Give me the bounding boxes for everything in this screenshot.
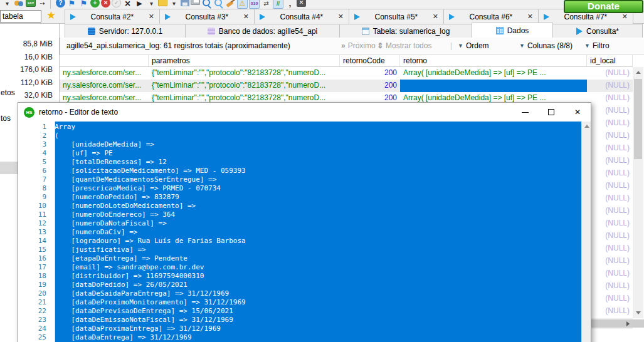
scroll-up-icon[interactable] (584, 125, 589, 128)
cell-idlocal[interactable]: (NULL) (587, 167, 633, 180)
add-icon[interactable]: + (90, 0, 100, 8)
cancel-icon[interactable]: ✕ (101, 0, 110, 8)
grid-vertical-scrollbar[interactable] (633, 67, 643, 318)
close-icon[interactable]: ✕ (527, 13, 533, 21)
cell-idlocal[interactable]: (NULL) (587, 305, 633, 318)
bookmark-back-icon[interactable]: ⚑ (66, 0, 77, 9)
cell-retornocode[interactable]: 200 (340, 67, 400, 80)
run-caret-icon[interactable]: ▾ (146, 0, 157, 9)
query-tab[interactable]: Consulta #2* ✕ (65, 9, 160, 24)
cell-retornocode[interactable]: 200 (340, 80, 400, 92)
help-icon[interactable]: ? (56, 0, 65, 8)
editor-lines: 1 Array 2 ( 3 [unidadeDeMedida] => (18, 123, 581, 342)
scroll-down-icon[interactable] (636, 311, 641, 314)
cell-idlocal[interactable]: (NULL) (587, 217, 633, 230)
cell-idlocal[interactable]: (NULL) (587, 67, 633, 80)
close-icon[interactable]: ✕ (433, 13, 438, 21)
favorite-star-icon[interactable]: ★ (46, 9, 56, 22)
bookmark-forward-icon[interactable]: ⚑ (78, 0, 89, 9)
search-icon[interactable] (201, 0, 212, 9)
run-query-icon[interactable]: ▶ (134, 0, 145, 9)
toolbar-separator[interactable] (50, 0, 53, 9)
cell-retorno[interactable] (400, 80, 587, 92)
close-icon[interactable]: ✕ (338, 13, 344, 21)
cell-parametros[interactable]: {"temLiminar":"","protocolo":"82183728",… (149, 80, 340, 92)
snippets-caret-icon[interactable]: ▾ (169, 0, 179, 9)
query-tab[interactable]: Consulta #4* ✕ (254, 9, 349, 24)
cell-idlocal[interactable]: (NULL) (587, 192, 633, 205)
order-dropdown[interactable]: ▼Ordem (458, 41, 489, 50)
main-tab[interactable]: Tabela: sulamerica_log (339, 24, 472, 38)
cell-idlocal[interactable]: (NULL) (587, 142, 633, 155)
editor-titlebar[interactable]: HS retorno - Editor de texto ✕ (18, 103, 591, 122)
scroll-right-icon[interactable] (626, 321, 630, 326)
table-filter-input[interactable] (0, 10, 41, 23)
scroll-up-icon[interactable] (636, 71, 641, 74)
cell-idlocal[interactable]: (NULL) (587, 117, 633, 130)
cell-idlocal[interactable]: (NULL) (587, 205, 633, 217)
main-tab[interactable]: Dados (472, 23, 553, 38)
column-header-idlocal[interactable]: id_local (587, 55, 633, 66)
user-manager-icon[interactable] (14, 0, 24, 9)
show-all-button[interactable]: ⇕Mostrar todos (377, 41, 431, 50)
snippets-icon[interactable] (158, 0, 167, 6)
cell-idlocal[interactable]: (NULL) (587, 80, 633, 92)
cell-idlocal[interactable]: (NULL) (587, 280, 633, 293)
query-tab[interactable]: Consulta #3* ✕ (159, 9, 255, 24)
cell-idlocal[interactable]: (NULL) (587, 230, 633, 242)
cell-idlocal[interactable]: (NULL) (587, 155, 633, 167)
warnings-toggle-icon[interactable]: ⚠ (237, 0, 248, 9)
cell-idlocal[interactable]: (NULL) (587, 267, 633, 280)
binary-toggle-icon[interactable]: 010 (249, 0, 260, 9)
quote-icon[interactable]: , (285, 0, 295, 9)
close-icon[interactable]: ✕ (622, 13, 628, 21)
wrap-icon[interactable]: ⇄ (261, 0, 272, 9)
csv-export-icon[interactable]: csv (26, 0, 36, 7)
next-records-button[interactable]: »Próximo (341, 41, 376, 50)
filter-dropdown[interactable]: ▼Filtro (584, 41, 610, 50)
cell-idlocal[interactable]: (NULL) (587, 242, 633, 255)
export-rows-icon[interactable]: ⇢ (37, 0, 48, 9)
cell-idlocal[interactable]: (NULL) (587, 293, 633, 305)
print-icon[interactable] (191, 0, 200, 5)
main-tab[interactable]: Consulta* (552, 24, 643, 38)
cell-retorno[interactable]: Array( [unidadeDeMedida] => [uf] => PE .… (400, 67, 587, 80)
column-header-retornocode[interactable]: retornoCode (340, 55, 400, 66)
columns-dropdown[interactable]: ▼Colunas (8/8) (519, 41, 573, 50)
caret-down-icon[interactable]: ▾ (2, 0, 13, 9)
line-number: 3 (18, 140, 55, 149)
close-box-icon[interactable]: ✕ (297, 0, 306, 7)
tree-item-partial[interactable]: etos (1, 88, 15, 97)
close-icon[interactable]: ✕ (243, 13, 249, 21)
cleanup-icon[interactable] (225, 0, 236, 9)
cell-idlocal[interactable]: (NULL) (587, 105, 633, 117)
scrollbar-thumb[interactable] (634, 79, 642, 159)
tree-item-partial[interactable]: tos (1, 114, 11, 123)
cell-url[interactable]: ny.salesforce.com/ser... (60, 80, 149, 92)
format-toggle-icon[interactable]: // (273, 0, 283, 9)
column-header-retorno[interactable]: retorno (400, 55, 587, 66)
cell-idlocal[interactable]: (NULL) (587, 180, 633, 192)
search-replace-icon[interactable] (213, 0, 224, 9)
column-header-parametros[interactable]: parametros (149, 55, 340, 66)
cell-idlocal[interactable]: (NULL) (587, 130, 633, 142)
minimize-button[interactable] (512, 103, 538, 122)
maximize-button[interactable] (538, 103, 564, 122)
main-tab[interactable]: Banco de dados: agille54_api (185, 24, 340, 38)
editor-text-area[interactable]: 1 Array 2 ( 3 [unidadeDeMedida] => (18, 122, 591, 342)
query-tab[interactable]: Consulta #6* ✕ (443, 9, 539, 24)
cell-idlocal[interactable]: (NULL) (587, 92, 633, 105)
editor-vertical-scrollbar[interactable] (581, 122, 591, 342)
cell-idlocal[interactable]: (NULL) (587, 255, 633, 267)
apply-icon[interactable]: ✓ (112, 0, 121, 8)
column-header-url[interactable] (60, 55, 149, 66)
cell-url[interactable]: ny.salesforce.com/ser... (60, 67, 149, 80)
donate-button[interactable]: Donate (564, 0, 643, 13)
close-icon[interactable]: ✕ (149, 13, 154, 21)
query-tab[interactable]: Consulta #5* ✕ (349, 9, 444, 24)
close-button[interactable]: ✕ (564, 103, 591, 122)
main-tab[interactable]: Servidor: 127.0.0.1 (65, 24, 186, 38)
cell-parametros[interactable]: {"temLiminar":"","protocolo":"82183728",… (149, 67, 340, 80)
save-icon[interactable] (181, 0, 189, 6)
delete-icon[interactable]: ✕ (122, 0, 133, 9)
